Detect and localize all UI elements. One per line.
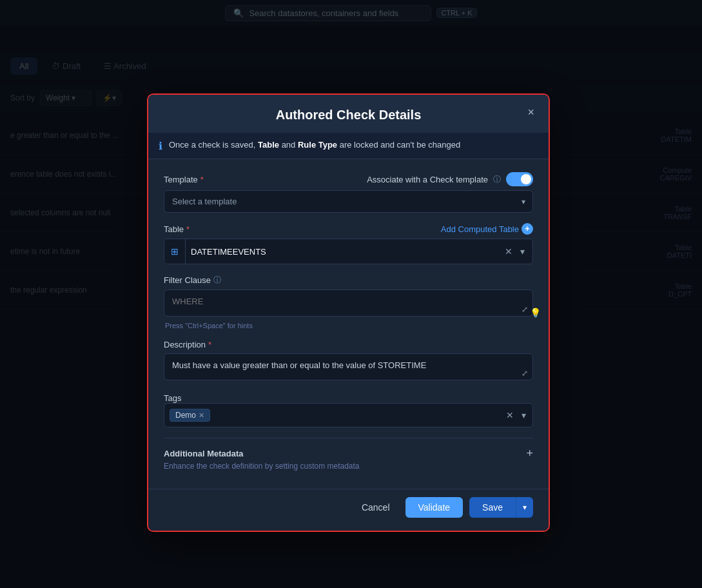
description-row: Description * 💡 Must have a value greate… (164, 340, 533, 383)
description-label: Description * (164, 340, 211, 349)
modal-header: Authored Check Details × (148, 95, 549, 133)
tags-dropdown-button[interactable]: ▾ (519, 407, 529, 423)
table-required: * (186, 224, 190, 234)
info-banner: ℹ Once a check is saved, Table and Rule … (148, 133, 549, 159)
ai-icon: 💡 (530, 308, 541, 318)
table-row: Table * Add Computed Table + ⊞ DATETIMEE… (164, 223, 533, 264)
add-computed-icon: + (522, 223, 533, 235)
template-required: * (200, 175, 204, 184)
table-dropdown-button[interactable]: ▾ (518, 244, 527, 259)
tags-field[interactable]: Demo ✕ ✕ ▾ (164, 403, 533, 427)
modal-title: Authored Check Details (164, 108, 533, 122)
metadata-desc: Enhance the check definition by setting … (164, 462, 533, 471)
add-computed-table-button[interactable]: Add Computed Table + (441, 223, 533, 235)
table-clear-button[interactable]: ✕ (502, 244, 515, 259)
table-value: DATETIMEEVENTS (186, 241, 497, 262)
tag-chip-demo: Demo ✕ (170, 409, 210, 422)
description-wrapper: Must have a value greater than or equal … (164, 353, 533, 383)
table-field-wrapper: ⊞ DATETIMEEVENTS ✕ ▾ (164, 239, 533, 264)
filter-expand-button[interactable]: ⤢ (522, 305, 528, 314)
description-expand-button[interactable]: ⤢ (522, 369, 528, 378)
associate-info-icon: ⓘ (493, 174, 501, 185)
filter-clause-row: Filter Clause ⓘ ⤢ Press "Ctrl+Space" for… (164, 275, 533, 329)
description-required: * (208, 340, 211, 349)
save-button-group: Save ▾ (469, 497, 533, 518)
description-input[interactable]: Must have a value greater than or equal … (164, 353, 533, 380)
template-row: Template * Associate with a Check templa… (164, 172, 533, 213)
tags-row: Tags Demo ✕ ✕ ▾ (164, 393, 533, 427)
associate-toggle[interactable] (506, 172, 533, 186)
tags-clear-button[interactable]: ✕ (503, 407, 516, 423)
table-grid-icon: ⊞ (164, 239, 186, 264)
filter-label: Filter Clause ⓘ (164, 275, 221, 286)
close-button[interactable]: × (523, 104, 538, 121)
authored-check-modal: Authored Check Details × ℹ Once a check … (147, 93, 550, 532)
filter-input[interactable] (164, 289, 533, 317)
validate-button[interactable]: Validate (405, 497, 463, 518)
modal-body: Template * Associate with a Check templa… (148, 159, 549, 489)
metadata-add-button[interactable]: + (526, 447, 533, 459)
cancel-button[interactable]: Cancel (353, 497, 399, 518)
tags-actions: ✕ ▾ (503, 407, 529, 423)
info-text: Once a check is saved, Table and Rule Ty… (169, 139, 460, 151)
metadata-title: Additional Metadata (164, 449, 244, 458)
filter-wrapper: ⤢ (164, 289, 533, 319)
template-label: Template * (164, 175, 204, 184)
filter-info-icon: ⓘ (213, 275, 221, 286)
save-button[interactable]: Save (469, 497, 516, 518)
associate-toggle-row: Associate with a Check template ⓘ (367, 172, 533, 186)
template-select-wrapper: Select a template ▾ (164, 190, 533, 213)
metadata-section: Additional Metadata + Enhance the check … (164, 438, 533, 471)
tags-label: Tags (164, 393, 533, 403)
filter-hint: Press "Ctrl+Space" for hints (164, 322, 533, 329)
modal-footer: Cancel Validate Save ▾ (148, 489, 549, 531)
template-select[interactable]: Select a template (164, 190, 533, 213)
save-dropdown-button[interactable]: ▾ (516, 497, 533, 518)
add-computed-label: Add Computed Table (441, 224, 519, 234)
tag-remove-button[interactable]: ✕ (199, 411, 204, 420)
info-icon: ℹ (159, 140, 162, 152)
table-field-actions: ✕ ▾ (497, 244, 532, 259)
table-label: Table * (164, 224, 190, 234)
tag-label: Demo (175, 411, 196, 420)
associate-label: Associate with a Check template (367, 175, 488, 184)
